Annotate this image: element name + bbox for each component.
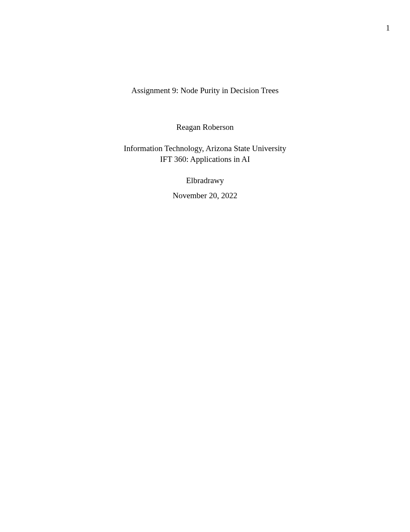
- document-instructor: Elbradrawy: [0, 176, 410, 185]
- page: 1 Assignment 9: Node Purity in Decision …: [0, 0, 410, 532]
- title-page-content: Assignment 9: Node Purity in Decision Tr…: [0, 86, 410, 201]
- page-number: 1: [386, 23, 390, 33]
- document-date: November 20, 2022: [0, 191, 410, 201]
- document-affiliation: Information Technology, Arizona State Un…: [0, 143, 410, 154]
- document-title: Assignment 9: Node Purity in Decision Tr…: [0, 86, 410, 95]
- document-author: Reagan Roberson: [0, 122, 410, 132]
- document-course: IFT 360: Applications in AI: [0, 154, 410, 165]
- document-affiliation-block: Information Technology, Arizona State Un…: [0, 143, 410, 165]
